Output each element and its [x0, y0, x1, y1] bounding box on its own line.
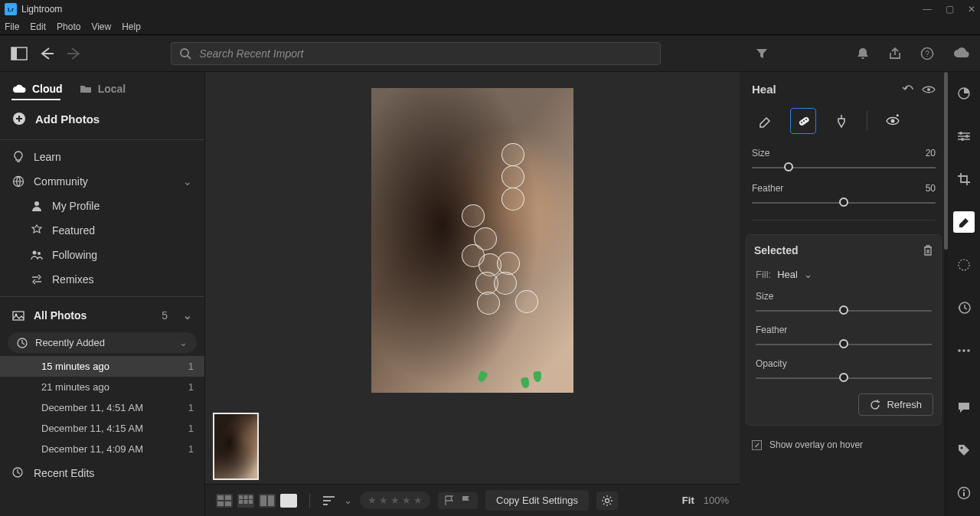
sidebar-following[interactable]: Following — [0, 243, 204, 267]
comments-icon[interactable] — [953, 397, 975, 418]
svg-rect-15 — [217, 495, 224, 500]
sort-icon[interactable] — [322, 495, 336, 506]
heal-spot[interactable] — [501, 188, 524, 211]
selected-size-slider[interactable]: Size — [754, 288, 933, 322]
chevron-down-icon: ⌄ — [179, 337, 188, 348]
menu-view[interactable]: View — [91, 21, 111, 32]
scrollbar[interactable] — [944, 72, 948, 516]
heal-tools — [740, 105, 948, 145]
heal-spot[interactable] — [501, 165, 524, 188]
fit-button[interactable]: Fit — [682, 495, 694, 506]
detail-view[interactable] — [280, 494, 297, 508]
feather-slider[interactable]: Feather50 — [740, 180, 948, 215]
close-button[interactable]: ✕ — [968, 4, 975, 15]
cloud-sync-icon[interactable] — [952, 47, 969, 60]
history-icon[interactable] — [953, 297, 975, 318]
refresh-button[interactable]: Refresh — [858, 394, 933, 416]
sidebar-learn[interactable]: Learn — [0, 145, 204, 169]
heal-spot[interactable] — [501, 143, 524, 166]
crop-icon[interactable] — [953, 168, 975, 190]
sidebar-all-photos[interactable]: All Photos 5 ⌄ — [0, 302, 204, 329]
nav-arrows — [38, 47, 83, 60]
flag-group[interactable] — [438, 492, 478, 509]
tab-cloud[interactable]: Cloud — [12, 83, 63, 95]
maximize-button[interactable]: ▢ — [946, 4, 954, 15]
svg-rect-21 — [249, 495, 253, 499]
heal-panel: Heal Size20 Feather50 — [740, 72, 948, 516]
selected-feather-slider[interactable]: Feather — [754, 322, 933, 355]
eye-icon[interactable] — [922, 85, 936, 94]
menu-help[interactable]: Help — [122, 21, 141, 32]
more-icon[interactable] — [953, 340, 975, 361]
heal-tool[interactable] — [790, 108, 816, 134]
topbar-right-icons: ? — [856, 47, 969, 60]
erase-tool[interactable] — [752, 108, 778, 134]
grid-large-view[interactable] — [216, 494, 233, 508]
zoom-pct[interactable]: 100% — [704, 495, 729, 506]
mask-icon[interactable] — [953, 254, 975, 276]
heal-spot[interactable] — [477, 292, 500, 315]
star-rating[interactable]: ★★★★★ — [360, 492, 430, 509]
sidebar-remixes[interactable]: Remixes — [0, 267, 204, 292]
date-row[interactable]: 15 minutes ago1 — [0, 356, 204, 377]
compare-view[interactable] — [259, 494, 276, 508]
svg-point-28 — [927, 88, 930, 91]
search-box[interactable]: Search Recent Import — [171, 42, 661, 65]
menu-photo[interactable]: Photo — [57, 21, 80, 32]
notifications-icon[interactable] — [856, 47, 870, 60]
overlay-checkbox[interactable]: ✓ — [752, 440, 762, 450]
visualize-spots-tool[interactable] — [880, 108, 906, 134]
main-photo[interactable] — [371, 88, 573, 393]
sidebar-featured[interactable]: Featured — [0, 218, 204, 243]
heal-spot[interactable] — [494, 272, 517, 295]
cloud-icon — [12, 83, 26, 94]
date-row[interactable]: 21 minutes ago1 — [0, 377, 204, 397]
tag-icon[interactable] — [953, 439, 975, 461]
view-mode-group — [216, 494, 297, 508]
sidebar-my-profile[interactable]: My Profile — [0, 194, 204, 218]
svg-point-9 — [33, 251, 37, 255]
forward-button[interactable] — [66, 47, 83, 60]
date-row[interactable]: December 11, 4:15 AM1 — [0, 418, 204, 439]
info-icon[interactable] — [953, 482, 975, 504]
trash-icon[interactable] — [923, 244, 933, 256]
edit-icon[interactable] — [953, 83, 975, 104]
settings-gear-button[interactable] — [596, 492, 618, 510]
sort-dropdown[interactable]: ⌄ — [344, 495, 352, 506]
svg-point-37 — [961, 138, 964, 141]
help-icon[interactable]: ? — [920, 47, 934, 60]
minimize-button[interactable]: — — [923, 4, 932, 15]
grid-small-view[interactable] — [237, 494, 254, 508]
svg-rect-20 — [244, 495, 248, 499]
globe-icon — [12, 175, 24, 188]
tab-local[interactable]: Local — [80, 83, 126, 95]
thumbnail[interactable] — [213, 413, 259, 480]
photo-canvas[interactable] — [205, 72, 740, 409]
overlay-checkbox-row[interactable]: ✓ Show overlay on hover — [740, 432, 948, 458]
selected-opacity-slider[interactable]: Opacity — [754, 355, 933, 389]
sidebar-recently-added[interactable]: Recently Added ⌄ — [8, 332, 197, 353]
add-photos-button[interactable]: Add Photos — [0, 103, 204, 135]
date-row[interactable]: December 11, 4:09 AM1 — [0, 439, 204, 459]
undo-icon[interactable] — [902, 85, 914, 94]
fill-dropdown[interactable]: Fill: Heal ⌄ — [754, 264, 933, 288]
menu-edit[interactable]: Edit — [30, 21, 46, 32]
panel-toggle-icon[interactable] — [11, 45, 28, 62]
size-slider[interactable]: Size20 — [740, 145, 948, 180]
heal-spot[interactable] — [497, 252, 520, 275]
badge-icon — [31, 224, 43, 237]
heal-spot[interactable] — [515, 290, 538, 313]
heal-strip-icon[interactable] — [953, 211, 975, 233]
heal-spot[interactable] — [462, 204, 485, 227]
flag-reject-icon — [461, 495, 472, 506]
sidebar-community[interactable]: Community ⌄ — [0, 169, 204, 194]
menu-file[interactable]: File — [5, 21, 19, 32]
clone-tool[interactable] — [828, 108, 854, 134]
date-row[interactable]: December 11, 4:51 AM1 — [0, 397, 204, 418]
sidebar-recent-edits[interactable]: Recent Edits — [0, 461, 204, 485]
back-button[interactable] — [38, 47, 55, 60]
share-icon[interactable] — [888, 47, 902, 60]
settings-sliders-icon[interactable] — [953, 126, 975, 147]
filter-icon[interactable] — [756, 47, 768, 60]
copy-edit-settings-button[interactable]: Copy Edit Settings — [485, 490, 589, 511]
